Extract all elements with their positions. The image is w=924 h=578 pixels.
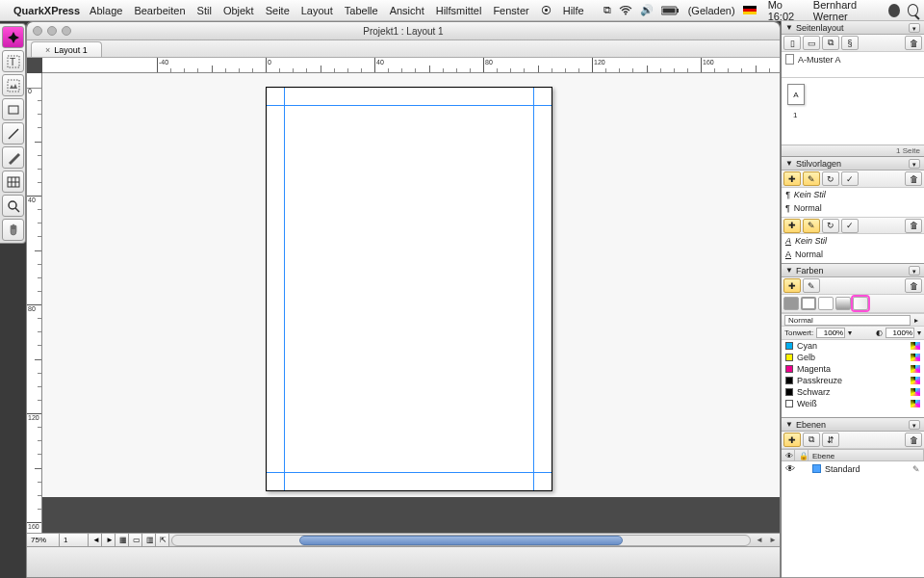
duplicate-button[interactable]: ⧉ bbox=[822, 36, 839, 50]
new-layer-button[interactable]: ✚ bbox=[783, 433, 801, 447]
scripts-menu-icon[interactable]: ⦿ bbox=[541, 5, 552, 16]
color-row[interactable]: Weiß bbox=[782, 398, 924, 409]
delete-layer-button[interactable]: 🗑 bbox=[905, 433, 922, 447]
minimize-window-icon[interactable] bbox=[47, 26, 57, 36]
panel-menu-icon[interactable]: ▾ bbox=[909, 23, 920, 33]
menu-objekt[interactable]: Objekt bbox=[223, 5, 254, 16]
user-avatar-icon[interactable] bbox=[888, 4, 900, 17]
close-window-icon[interactable] bbox=[33, 26, 42, 36]
view-master-button[interactable]: ▦ bbox=[116, 534, 129, 546]
menu-fenster[interactable]: Fenster bbox=[493, 5, 528, 16]
merge-layer-button[interactable]: ⧉ bbox=[803, 433, 820, 447]
zoom-tool[interactable] bbox=[2, 195, 24, 217]
rectangle-box-tool[interactable] bbox=[2, 98, 24, 120]
tonwert-stepper-2[interactable]: ▾ bbox=[917, 328, 921, 337]
delete-color-button[interactable]: 🗑 bbox=[905, 278, 922, 293]
new-color-button[interactable]: ✚ bbox=[783, 278, 801, 293]
color-row[interactable]: Gelb bbox=[782, 352, 924, 363]
horizontal-ruler[interactable]: -4004080120160200240 bbox=[42, 58, 780, 73]
layer-row[interactable]: 👁 Standard ✎ bbox=[782, 461, 924, 476]
tonwert-field-2[interactable] bbox=[886, 328, 914, 338]
next-page-button[interactable]: ► bbox=[102, 534, 116, 546]
prev-page-button[interactable]: ◄ bbox=[89, 534, 102, 546]
menu-layout[interactable]: Layout bbox=[301, 5, 333, 16]
wifi-icon[interactable] bbox=[619, 6, 632, 15]
view-facing-button[interactable]: ▥ bbox=[142, 534, 156, 546]
panel-header-farben[interactable]: ▼ Farben ▾ bbox=[782, 264, 924, 277]
tonwert-field-1[interactable] bbox=[816, 328, 845, 338]
delete-page-button[interactable]: 🗑 bbox=[905, 36, 922, 50]
blank-single-button[interactable]: ▯ bbox=[783, 36, 801, 50]
new-parastyle-button[interactable]: ✚ bbox=[783, 171, 801, 186]
zoom-window-icon[interactable] bbox=[62, 26, 71, 36]
clock[interactable]: Mo 16:02 bbox=[768, 0, 806, 22]
menu-hilfe[interactable]: Hilfe bbox=[563, 5, 584, 16]
panel-header-ebenen[interactable]: ▼ Ebenen ▾ bbox=[782, 418, 924, 432]
color-row[interactable]: Magenta bbox=[782, 363, 924, 375]
blend-menu-icon[interactable]: ▸ bbox=[911, 316, 921, 325]
layer-visibility-icon[interactable]: 👁 bbox=[785, 463, 795, 474]
table-tool[interactable] bbox=[2, 171, 24, 193]
menu-stil[interactable]: Stil bbox=[197, 5, 212, 16]
hscrollbar[interactable] bbox=[171, 535, 751, 546]
menu-hilfsmittel[interactable]: Hilfsmittel bbox=[436, 5, 482, 16]
color-mode-gap[interactable] bbox=[835, 297, 851, 310]
menu-tabelle[interactable]: Tabelle bbox=[345, 5, 378, 16]
view-single-button[interactable]: ▭ bbox=[129, 534, 142, 546]
para-style-row[interactable]: ¶Kein Stil bbox=[782, 188, 924, 201]
apply-parastyle-button[interactable]: ✓ bbox=[841, 171, 859, 186]
hscroll-thumb[interactable] bbox=[299, 536, 623, 545]
canvas[interactable] bbox=[42, 73, 780, 533]
para-style-row[interactable]: ¶Normal bbox=[782, 201, 924, 215]
item-tool[interactable] bbox=[2, 26, 24, 48]
page[interactable] bbox=[266, 87, 552, 491]
menu-seite[interactable]: Seite bbox=[266, 5, 290, 16]
color-row[interactable]: Cyan bbox=[782, 340, 924, 352]
page-thumb[interactable]: A bbox=[787, 84, 805, 105]
delete-parastyle-button[interactable]: 🗑 bbox=[905, 171, 922, 186]
edit-parastyle-button[interactable]: ✎ bbox=[803, 171, 820, 186]
char-style-row[interactable]: ANormal bbox=[782, 248, 924, 261]
panel-menu-icon[interactable]: ▾ bbox=[909, 266, 920, 276]
volume-icon[interactable]: 🔊 bbox=[640, 4, 654, 16]
panel-header-seitenlayout[interactable]: ▼ Seitenlayout ▾ bbox=[782, 21, 924, 35]
export-button[interactable]: ⇱ bbox=[156, 534, 169, 546]
color-mode-solid[interactable] bbox=[783, 297, 799, 310]
bluetooth-icon[interactable]: ⧉ bbox=[603, 4, 611, 16]
edit-color-button[interactable]: ✎ bbox=[803, 278, 820, 293]
layout-tab[interactable]: × Layout 1 bbox=[31, 41, 102, 57]
menu-ansicht[interactable]: Ansicht bbox=[390, 5, 424, 16]
input-flag-icon[interactable] bbox=[743, 6, 760, 14]
spotlight-icon[interactable] bbox=[908, 4, 918, 16]
line-tool[interactable] bbox=[2, 122, 24, 144]
pen-tool[interactable] bbox=[2, 146, 24, 169]
blend-mode-select[interactable]: Normal bbox=[784, 315, 911, 326]
color-row[interactable]: Schwarz bbox=[782, 386, 924, 398]
color-mode-frame[interactable] bbox=[801, 297, 816, 310]
user-name[interactable]: Bernhard Werner bbox=[813, 0, 883, 22]
panel-menu-icon[interactable]: ▾ bbox=[909, 159, 920, 169]
app-menu[interactable]: QuarkXPress bbox=[13, 5, 80, 16]
tonwert-stepper-1[interactable]: ▾ bbox=[848, 328, 852, 337]
blank-facing-button[interactable]: ▭ bbox=[803, 36, 820, 50]
menu-ablage[interactable]: Ablage bbox=[90, 5, 122, 16]
close-tab-icon[interactable]: × bbox=[45, 42, 50, 58]
ruler-origin[interactable] bbox=[27, 73, 42, 89]
color-row[interactable]: Passkreuze bbox=[782, 375, 924, 386]
battery-icon[interactable] bbox=[661, 6, 680, 15]
color-mode-text[interactable] bbox=[818, 297, 834, 310]
move-item-button[interactable]: ⇵ bbox=[822, 433, 839, 447]
update-parastyle-button[interactable]: ↻ bbox=[822, 171, 839, 186]
color-mode-blend[interactable] bbox=[853, 297, 868, 310]
section-button[interactable]: § bbox=[841, 36, 859, 50]
panel-menu-icon[interactable]: ▾ bbox=[909, 420, 920, 430]
update-charstyle-button[interactable]: ↻ bbox=[822, 219, 839, 233]
menu-bearbeiten[interactable]: Bearbeiten bbox=[134, 5, 185, 16]
apply-charstyle-button[interactable]: ✓ bbox=[841, 219, 859, 233]
vertical-ruler[interactable]: 04080120160200240 bbox=[27, 73, 42, 533]
text-content-tool[interactable]: T bbox=[2, 50, 24, 72]
edit-charstyle-button[interactable]: ✎ bbox=[803, 219, 820, 233]
char-style-row[interactable]: AKein Stil bbox=[782, 234, 924, 248]
scroll-left-button[interactable]: ◄ bbox=[753, 536, 766, 544]
pan-tool[interactable] bbox=[2, 219, 24, 241]
